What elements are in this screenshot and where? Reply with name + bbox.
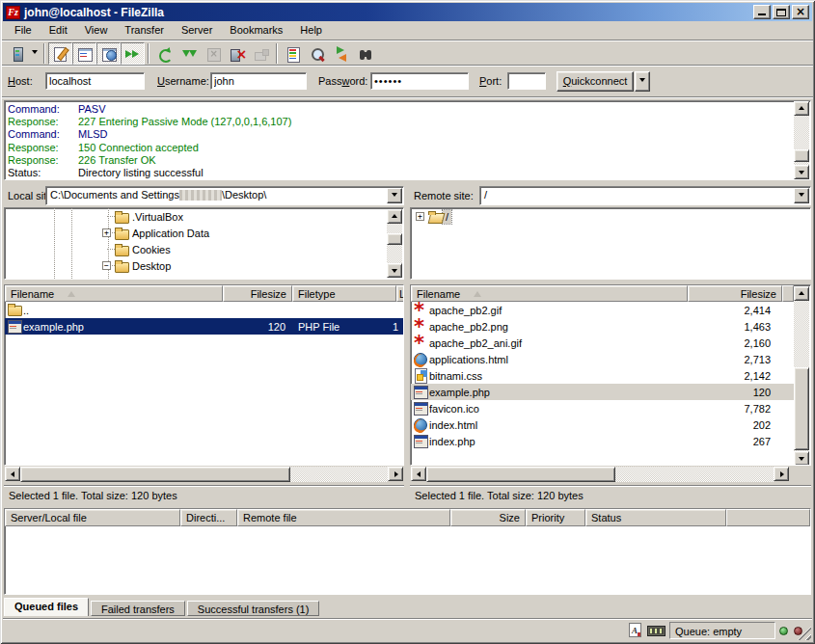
username-label: Username: <box>157 75 209 87</box>
tree-item[interactable]: + / <box>416 208 810 225</box>
menu-item[interactable]: File <box>6 22 41 40</box>
column-header-filename[interactable]: Filename <box>5 285 223 302</box>
toggle-transfer-queue-button[interactable] <box>121 42 145 65</box>
queue-column-header[interactable]: Priority <box>526 509 585 526</box>
column-header-last-modified[interactable]: L <box>396 285 404 302</box>
queue-column-header[interactable]: Server/Local file <box>5 509 180 526</box>
menu-item[interactable]: View <box>76 22 117 40</box>
scrollbar-thumb[interactable] <box>426 467 615 482</box>
toolbar-separator <box>43 43 45 64</box>
remote-list-hscrollbar[interactable] <box>411 467 789 482</box>
cancel-button[interactable] <box>201 42 225 65</box>
scroll-left-button[interactable] <box>411 467 426 481</box>
scrollbar-thumb[interactable] <box>794 367 809 450</box>
chevron-down-icon <box>799 193 804 200</box>
username-input[interactable] <box>210 72 307 90</box>
file-name: apache_pb2_ani.gif <box>429 337 688 349</box>
queue-column-header[interactable]: Directi... <box>180 509 237 526</box>
queue-column-header[interactable]: Remote file <box>237 509 450 526</box>
file-name: apache_pb2.gif <box>429 305 688 316</box>
tree-item[interactable]: + Application Data <box>102 225 403 241</box>
queue-tab[interactable]: Failed transfers <box>91 601 185 616</box>
password-input[interactable] <box>370 72 469 90</box>
scroll-left-button[interactable] <box>5 467 20 481</box>
file-row[interactable]: apache_pb2.gif 2,414 <box>411 302 794 318</box>
menu-item[interactable]: Edit <box>41 22 76 40</box>
quickconnect-dropdown-button[interactable] <box>635 71 650 92</box>
scroll-up-button[interactable] <box>794 286 809 301</box>
tree-expander[interactable]: + <box>102 228 111 237</box>
tree-item[interactable]: Cookies <box>102 241 403 257</box>
local-selection-status: Selected 1 file. Total size: 120 bytes <box>4 485 404 504</box>
close-button[interactable]: × <box>792 5 809 19</box>
minimize-icon <box>758 13 766 15</box>
scrollbar-thumb[interactable] <box>794 149 809 162</box>
directory-comparison-button[interactable] <box>305 42 329 65</box>
menu-item[interactable]: Server <box>173 22 221 40</box>
queue-tab[interactable]: Queued files <box>4 598 89 616</box>
disconnect-button[interactable] <box>225 42 249 65</box>
minimize-button[interactable] <box>753 5 771 19</box>
host-input[interactable] <box>45 72 145 90</box>
tree-expander[interactable]: − <box>102 261 111 270</box>
remote-list-scrollbar[interactable] <box>794 286 809 466</box>
local-site-dropdown[interactable] <box>387 188 402 203</box>
local-tree-scrollbar[interactable] <box>387 209 402 278</box>
log-line-text: MLSD <box>78 128 108 140</box>
refresh-button[interactable] <box>152 42 177 65</box>
remote-site-dropdown[interactable] <box>794 188 809 203</box>
file-row[interactable]: apache_pb2.png 1,463 <box>411 318 794 335</box>
column-header-filesize[interactable]: Filesize <box>688 285 782 302</box>
tree-expander[interactable]: + <box>416 212 424 221</box>
menu-item[interactable]: Bookmarks <box>221 22 291 40</box>
tree-item-label: Cookies <box>129 243 174 256</box>
local-list-hscrollbar[interactable] <box>5 467 403 482</box>
quickconnect-button[interactable]: Quickconnect <box>557 71 634 92</box>
local-site-combo[interactable]: C:\Documents and Settings\Desktop\ <box>45 186 404 205</box>
port-input[interactable] <box>507 72 546 90</box>
scroll-up-button[interactable] <box>794 101 809 116</box>
scroll-down-button[interactable] <box>387 263 402 278</box>
tree-item[interactable]: .VirtualBox <box>102 208 403 225</box>
toggle-message-log-button[interactable] <box>48 42 72 65</box>
scroll-up-button[interactable] <box>387 209 402 224</box>
toggle-remote-pane-button[interactable] <box>96 42 121 65</box>
site-manager-icon <box>9 45 26 63</box>
queue-column-header[interactable]: Status <box>585 509 726 526</box>
title-bar[interactable]: Fz john@localhost - FileZilla × <box>3 3 812 21</box>
column-header-filesize[interactable]: Filesize <box>223 285 292 302</box>
scroll-right-button[interactable] <box>774 467 789 481</box>
maximize-button[interactable] <box>773 5 790 19</box>
queue-column-header[interactable]: Size <box>450 509 526 526</box>
file-row[interactable]: bitnami.css 2,142 <box>411 367 794 384</box>
menu-item[interactable]: Help <box>291 22 331 40</box>
file-row[interactable]: applications.html 2,713 <box>411 351 794 367</box>
site-manager-dropdown[interactable] <box>29 42 41 65</box>
tree-item[interactable]: − Desktop <box>102 257 403 274</box>
remote-site-combo[interactable]: / <box>479 186 811 205</box>
file-row[interactable]: example.php 120 <box>411 384 794 400</box>
menu-item[interactable]: Transfer <box>116 22 173 40</box>
log-scrollbar[interactable] <box>794 101 809 179</box>
scroll-right-button[interactable] <box>388 467 403 481</box>
scroll-down-button[interactable] <box>794 165 809 179</box>
toggle-local-pane-button[interactable] <box>72 42 96 65</box>
find-files-button[interactable] <box>353 42 377 65</box>
scrollbar-thumb[interactable] <box>387 233 402 245</box>
process-queue-button[interactable] <box>177 42 201 65</box>
reconnect-button[interactable] <box>249 42 273 65</box>
file-row[interactable]: example.php 120 PHP File 1 <box>5 318 403 335</box>
site-manager-button[interactable] <box>5 42 29 65</box>
file-row[interactable]: index.html 202 <box>411 416 794 433</box>
column-header-filename[interactable]: Filename <box>411 285 688 302</box>
synchronized-browsing-button[interactable] <box>329 42 353 65</box>
queue-tab[interactable]: Successful transfers (1) <box>187 601 320 616</box>
column-header-filetype[interactable]: Filetype <box>292 285 396 302</box>
file-row[interactable]: .. <box>5 302 403 318</box>
scrollbar-thumb[interactable] <box>20 467 290 482</box>
file-row[interactable]: apache_pb2_ani.gif 2,160 <box>411 335 794 351</box>
file-row[interactable]: favicon.ico 7,782 <box>411 400 794 416</box>
file-row[interactable]: index.php 267 <box>411 433 794 449</box>
filter-button[interactable] <box>281 42 305 65</box>
scroll-down-button[interactable] <box>794 451 809 466</box>
